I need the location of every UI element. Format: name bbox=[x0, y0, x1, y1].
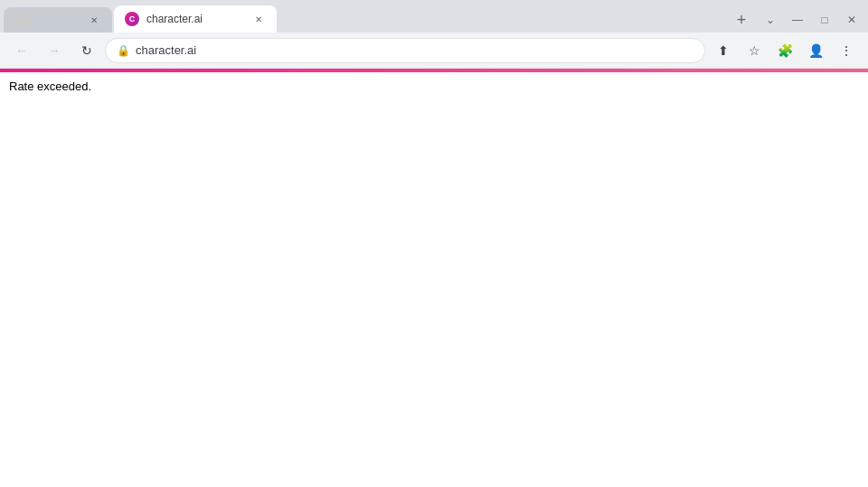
active-favicon: C bbox=[125, 12, 139, 26]
tab-active[interactable]: C character.ai ✕ bbox=[114, 5, 277, 33]
rate-exceeded-message: Rate exceeded. bbox=[9, 80, 859, 93]
tab-actions: + ⌄ — □ ✕ bbox=[729, 7, 864, 33]
tab-bar: ✕ C character.ai ✕ + ⌄ — □ ✕ bbox=[0, 0, 868, 33]
inactive-favicon bbox=[14, 13, 29, 27]
extensions-button[interactable]: 🧩 bbox=[770, 36, 799, 65]
url-text: character.ai bbox=[136, 43, 196, 57]
window-controls: ⌄ — □ ✕ bbox=[758, 7, 864, 33]
nav-right-actions: ⬆ ☆ 🧩 👤 ⋮ bbox=[709, 36, 861, 65]
active-tab-title: character.ai bbox=[146, 13, 244, 25]
tab-inactive-1[interactable]: ✕ bbox=[4, 7, 112, 33]
inactive-tab-close[interactable]: ✕ bbox=[87, 13, 101, 27]
maximize-button[interactable]: □ bbox=[812, 7, 837, 33]
new-tab-button[interactable]: + bbox=[729, 7, 754, 33]
back-button[interactable]: ← bbox=[7, 36, 36, 65]
lock-icon: 🔒 bbox=[117, 44, 130, 57]
account-button[interactable]: 👤 bbox=[801, 36, 830, 65]
browser-chrome: ✕ C character.ai ✕ + ⌄ — □ ✕ ← → ↻ 🔒 cha… bbox=[0, 0, 868, 72]
address-bar[interactable]: 🔒 character.ai bbox=[105, 38, 705, 63]
bookmark-button[interactable]: ☆ bbox=[740, 36, 769, 65]
page-content: Rate exceeded. bbox=[0, 72, 868, 465]
tab-list-button[interactable]: ⌄ bbox=[758, 7, 783, 33]
reload-button[interactable]: ↻ bbox=[72, 36, 101, 65]
minimize-button[interactable]: — bbox=[785, 7, 810, 33]
nav-bar: ← → ↻ 🔒 character.ai ⬆ ☆ 🧩 👤 ⋮ bbox=[0, 33, 868, 69]
forward-button[interactable]: → bbox=[40, 36, 69, 65]
share-button[interactable]: ⬆ bbox=[709, 36, 738, 65]
active-tab-close[interactable]: ✕ bbox=[251, 12, 266, 26]
menu-button[interactable]: ⋮ bbox=[832, 36, 861, 65]
close-button[interactable]: ✕ bbox=[839, 7, 864, 33]
